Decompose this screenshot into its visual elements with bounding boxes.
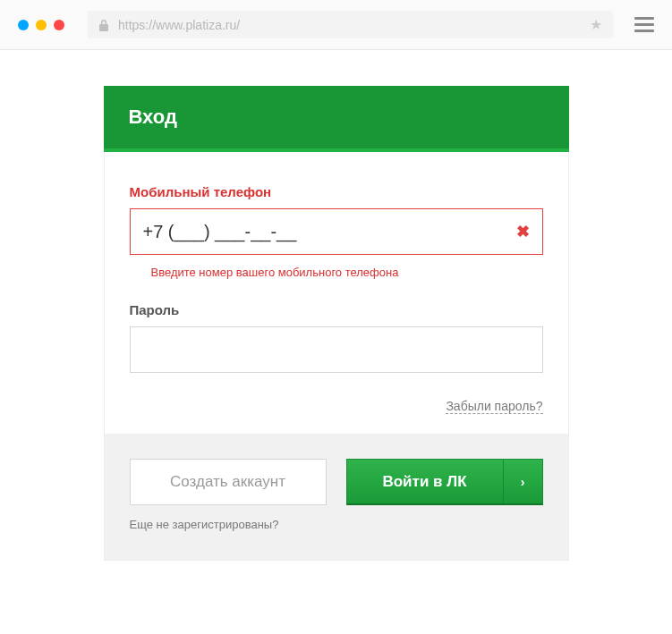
lock-icon [98,19,109,31]
traffic-light-close[interactable] [18,20,29,30]
forgot-password-link[interactable]: Забыли пароль? [446,399,542,414]
login-button-label: Войти в ЛК [347,473,503,491]
phone-label: Мобильный телефон [130,184,543,199]
phone-input-value: +7 (___) ___-__-__ [143,222,297,242]
not-registered-text: Еще не зарегистрированы? [130,518,543,531]
url-bar[interactable]: https://www.platiza.ru/ ★ [88,11,613,38]
card-body: Мобильный телефон +7 (___) ___-__-__ ✖ В… [104,152,569,434]
password-input[interactable] [130,326,543,373]
url-text: https://www.platiza.ru/ [118,18,240,32]
page-content: Вход Мобильный телефон +7 (___) ___-__-_… [0,50,672,596]
bookmark-star-icon[interactable]: ★ [590,16,602,33]
traffic-light-zoom[interactable] [54,20,64,30]
window-traffic-lights [18,20,64,30]
browser-address-bar: https://www.platiza.ru/ ★ [0,0,672,50]
password-label: Пароль [130,302,543,317]
phone-input[interactable]: +7 (___) ___-__-__ ✖ [130,208,543,255]
phone-error-message: Введите номер вашего мобильного телефона [130,255,543,279]
card-footer: Создать аккаунт Войти в ЛК › Еще не заре… [104,434,569,561]
chevron-right-icon: › [503,460,542,503]
login-card: Вход Мобильный телефон +7 (___) ___-__-_… [104,86,569,561]
card-title: Вход [104,86,569,152]
create-account-button[interactable]: Создать аккаунт [130,459,327,505]
traffic-light-minimize[interactable] [36,20,47,30]
clear-phone-icon[interactable]: ✖ [516,222,530,241]
login-button[interactable]: Войти в ЛК › [346,459,543,505]
hamburger-menu-icon[interactable] [634,17,654,32]
